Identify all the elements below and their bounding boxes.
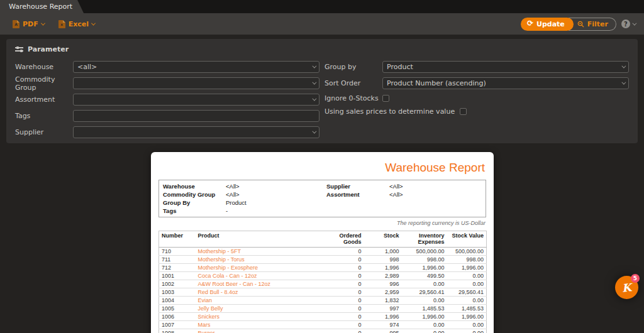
product-link[interactable]: Red Bull - 8.4oz [196, 288, 326, 297]
group-by-label: Group by [325, 63, 382, 71]
report-table-row: 1006Snickers01,9961,996.001,996.00 [159, 313, 487, 321]
warehouse-select[interactable]: <all> [73, 61, 319, 73]
value-cell: 0 [326, 272, 364, 280]
excel-file-icon: x [58, 20, 65, 28]
value-cell: 0.00 [402, 297, 447, 305]
value-cell: 997 [364, 305, 402, 313]
toolbar-right: ⟳ Update Filter ? [521, 18, 635, 31]
help-menu-button[interactable]: ? [621, 19, 635, 28]
assortment-select[interactable] [73, 94, 319, 106]
number-cell: 712 [159, 264, 196, 272]
report-table: NumberProductOrdered GoodsStockInventory… [158, 231, 487, 333]
value-cell: 500,000.00 [447, 248, 487, 256]
ignore-0-stocks-checkbox[interactable] [382, 95, 389, 102]
chat-widget-logo-icon: K [621, 281, 632, 294]
value-cell: 0 [326, 329, 364, 333]
group-by-select[interactable]: Product [382, 61, 629, 73]
value-cell: 2,959 [364, 288, 402, 297]
value-cell: 995 [364, 329, 402, 333]
value-cell: 0 [326, 248, 364, 256]
commodity-group-label: Commodity Group [15, 75, 73, 92]
pdf-export-button[interactable]: A PDF [9, 18, 48, 31]
warehouse-label: Warehouse [15, 63, 73, 71]
value-cell: 0 [326, 297, 364, 305]
chat-widget-button[interactable]: K 5 [615, 276, 638, 299]
column-header: Number [159, 231, 196, 248]
number-cell: 710 [159, 248, 196, 256]
pdf-label: PDF [23, 20, 38, 28]
chevron-down-icon [621, 80, 626, 85]
number-cell: 1005 [159, 305, 196, 313]
number-cell: 1002 [159, 280, 196, 288]
sliders-icon [15, 46, 23, 53]
product-link[interactable]: Mothership - Torus [196, 256, 326, 264]
report-title: Warehouse Report [158, 161, 485, 175]
value-cell: 0 [326, 313, 364, 321]
refresh-icon: ⟳ [527, 19, 533, 27]
product-link[interactable]: A&W Root Beer - Can - 12oz [196, 280, 326, 288]
parameter-right-column: Group by Product Sort Order Product Numb… [325, 61, 629, 143]
summary-row: Commodity Group <All> Assortment <All> [163, 190, 482, 199]
product-link[interactable]: Coca Cola - Can - 12oz [196, 272, 326, 280]
product-link[interactable]: Mothership - 5FT [196, 248, 326, 256]
sort-order-label: Sort Order [325, 79, 382, 87]
chevron-down-icon [312, 97, 316, 101]
value-cell: 1,000 [364, 248, 402, 256]
number-cell: 1003 [159, 288, 196, 297]
number-cell: 1001 [159, 272, 196, 280]
report-table-row: 710Mothership - 5FT01,000500,000.00500,0… [159, 248, 487, 256]
excel-export-button[interactable]: x Excel [55, 18, 99, 31]
chevron-down-icon [312, 64, 316, 68]
product-link[interactable]: Mars [196, 321, 326, 329]
value-cell: 1,996.00 [402, 313, 447, 321]
value-cell: 2,989 [364, 272, 402, 280]
number-cell: 1008 [159, 329, 196, 333]
value-cell: 0.00 [447, 297, 487, 305]
report-table-row: 1008Burger09950.000.00 [159, 329, 487, 333]
report-summary-box: Warehouse <All> Supplier <All> Commodity… [158, 180, 486, 217]
product-link[interactable]: Jelly Belly [196, 305, 326, 313]
product-link[interactable]: Mothership - Exosphere [196, 264, 326, 272]
column-header: Product [196, 231, 326, 248]
filter-label: Filter [587, 20, 608, 28]
value-cell: 1,996 [364, 264, 402, 272]
tab-label: Warehouse Report [9, 3, 72, 11]
sales-prices-label: Using sales prices to determine value [325, 107, 455, 116]
product-link[interactable]: Burger [196, 329, 326, 333]
parameter-form: Warehouse <all> Commodity Group Assortme… [15, 61, 629, 143]
sales-prices-checkbox[interactable] [460, 108, 467, 115]
report-table-row: 1001Coca Cola - Can - 12oz02,989499.500.… [159, 272, 487, 280]
value-cell: 974 [364, 321, 402, 329]
parameter-left-column: Warehouse <all> Commodity Group Assortme… [15, 61, 319, 143]
commodity-group-select[interactable] [73, 77, 319, 89]
column-header: Inventory Expenses [402, 231, 447, 248]
parameter-panel-header: Parameter [15, 45, 629, 53]
value-cell: 0 [326, 321, 364, 329]
sort-order-select[interactable]: Product Number (ascending) [382, 77, 629, 89]
value-cell: 1,832 [364, 297, 402, 305]
value-cell: 998.00 [447, 256, 487, 264]
value-cell: 1,485.53 [402, 305, 447, 313]
chevron-down-icon [41, 21, 45, 25]
product-link[interactable]: Snickers [196, 313, 326, 321]
value-cell: 499.50 [402, 272, 447, 280]
excel-label: Excel [69, 20, 89, 28]
tab-warehouse-report[interactable]: Warehouse Report [0, 0, 84, 13]
update-button[interactable]: ⟳ Update [521, 18, 574, 31]
ignore-0-stocks-label: Ignore 0-Stocks [325, 94, 382, 102]
value-cell: 0 [326, 280, 364, 288]
notification-badge: 5 [631, 274, 640, 283]
toolbar: A PDF x Excel ⟳ Update Filter ? [0, 13, 644, 35]
update-label: Update [536, 20, 565, 28]
value-cell: 0 [326, 264, 364, 272]
parameter-panel: Parameter Warehouse <all> Commodity Grou… [6, 39, 638, 143]
summary-row: Group By Product [163, 199, 482, 207]
column-header: Stock Value [447, 231, 487, 248]
supplier-select[interactable] [73, 126, 319, 138]
tags-input[interactable] [73, 110, 319, 122]
parameter-panel-title: Parameter [28, 45, 69, 53]
product-link[interactable]: Evian [196, 297, 326, 305]
report-table-row: 1003Red Bull - 8.4oz02,95929,560.4129,56… [159, 288, 487, 297]
filter-button[interactable]: Filter [569, 18, 616, 31]
value-cell: 1,996 [364, 313, 402, 321]
